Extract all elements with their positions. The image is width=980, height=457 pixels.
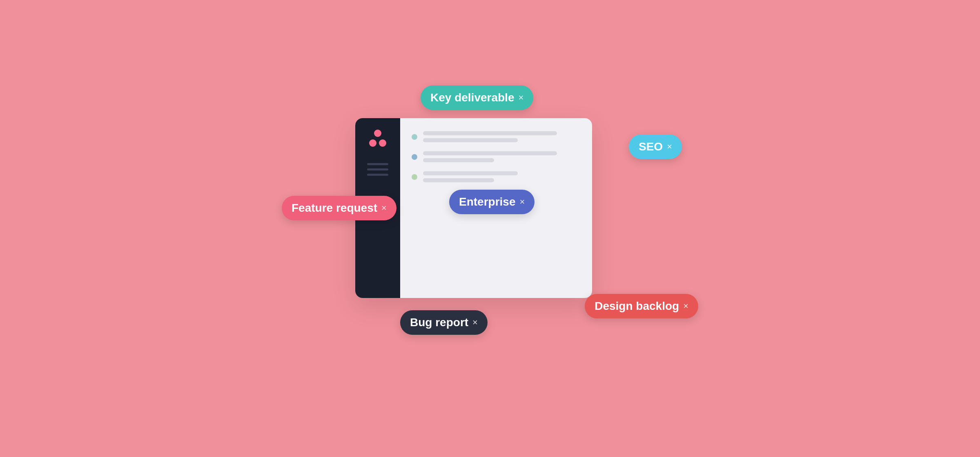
- logo-circle-bottom-right: [379, 139, 386, 147]
- content-row-1: [412, 131, 581, 142]
- chip-key-deliverable-label: Key deliverable: [430, 91, 514, 104]
- logo-circle-bottom-left: [369, 139, 376, 147]
- row-line-2a: [423, 151, 557, 155]
- row-lines-1: [423, 131, 581, 142]
- chip-key-deliverable-close[interactable]: ×: [518, 92, 523, 103]
- chip-feature-request[interactable]: Feature request ×: [282, 196, 396, 220]
- row-dot-1: [412, 134, 417, 140]
- logo-circle-top: [374, 130, 381, 137]
- chip-enterprise-label: Enterprise: [459, 195, 516, 208]
- chip-feature-request-label: Feature request: [292, 202, 377, 215]
- content-row-2: [412, 151, 581, 162]
- row-lines-2: [423, 151, 581, 162]
- chip-enterprise-close[interactable]: ×: [520, 197, 525, 207]
- chip-seo-close[interactable]: ×: [667, 141, 672, 152]
- main-scene: Key deliverable × SEO × Feature request …: [306, 85, 674, 372]
- chip-feature-request-close[interactable]: ×: [381, 203, 387, 213]
- row-line-2b: [423, 158, 494, 162]
- row-dot-2: [412, 154, 417, 160]
- chip-bug-report-label: Bug report: [410, 316, 468, 329]
- row-line-3b: [423, 178, 494, 182]
- sidebar-menu: [367, 163, 388, 176]
- content-row-3: [412, 171, 581, 182]
- chip-enterprise[interactable]: Enterprise ×: [449, 190, 535, 214]
- row-lines-3: [423, 171, 581, 182]
- menu-line-3: [367, 174, 388, 176]
- chip-design-backlog-label: Design backlog: [595, 300, 679, 313]
- row-line-1b: [423, 138, 518, 142]
- chip-key-deliverable[interactable]: Key deliverable ×: [421, 85, 533, 110]
- chip-design-backlog[interactable]: Design backlog ×: [585, 294, 698, 318]
- logo-icon: [368, 130, 388, 147]
- menu-line-2: [367, 168, 388, 170]
- chip-bug-report[interactable]: Bug report ×: [400, 310, 488, 335]
- row-dot-3: [412, 174, 417, 180]
- chip-design-backlog-close[interactable]: ×: [683, 301, 688, 311]
- chip-seo[interactable]: SEO ×: [629, 134, 682, 159]
- chip-seo-label: SEO: [639, 140, 663, 153]
- row-line-3a: [423, 171, 518, 175]
- row-line-1a: [423, 131, 557, 135]
- chip-bug-report-close[interactable]: ×: [472, 317, 478, 328]
- menu-line-1: [367, 163, 388, 165]
- logo: [368, 130, 388, 147]
